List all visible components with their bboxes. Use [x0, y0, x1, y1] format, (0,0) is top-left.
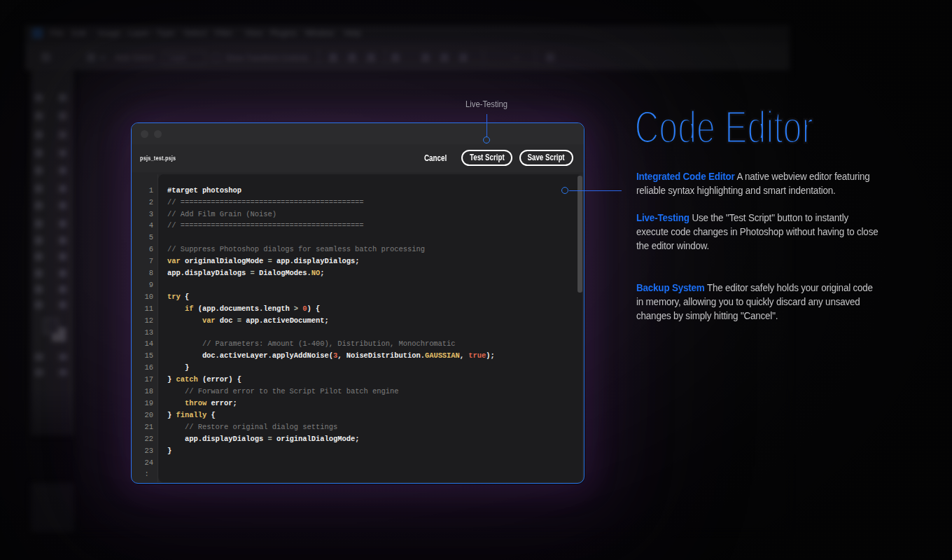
svg-text:Code Editor: Code Editor [635, 102, 813, 153]
